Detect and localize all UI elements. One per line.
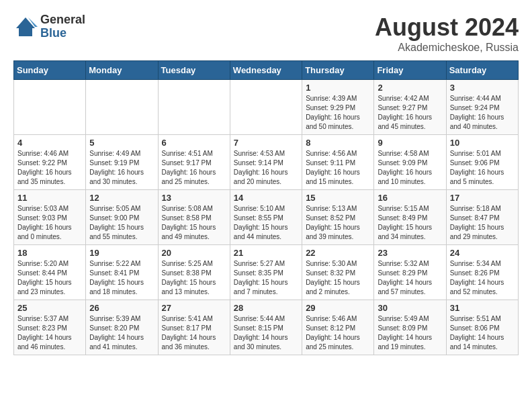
calendar-cell: 19Sunrise: 5:22 AMSunset: 8:41 PMDayligh…	[86, 245, 158, 300]
day-number: 26	[89, 303, 154, 313]
day-info: Sunrise: 5:37 AMSunset: 8:23 PMDaylight:…	[17, 314, 82, 352]
day-number: 11	[17, 193, 82, 203]
location: Akademicheskoe, Russia	[375, 42, 519, 54]
header-monday: Monday	[86, 61, 158, 80]
calendar-cell: 1Sunrise: 4:39 AMSunset: 9:29 PMDaylight…	[302, 80, 374, 135]
calendar-cell: 30Sunrise: 5:49 AMSunset: 8:09 PMDayligh…	[374, 300, 446, 355]
day-number: 10	[450, 138, 515, 148]
day-number: 20	[162, 248, 226, 258]
day-number: 24	[450, 248, 515, 258]
day-info: Sunrise: 5:01 AMSunset: 9:06 PMDaylight:…	[450, 149, 515, 187]
calendar-cell: 13Sunrise: 5:08 AMSunset: 8:58 PMDayligh…	[158, 190, 230, 245]
day-number: 28	[234, 303, 298, 313]
calendar-cell: 23Sunrise: 5:32 AMSunset: 8:29 PMDayligh…	[374, 245, 446, 300]
calendar-cell: 8Sunrise: 4:56 AMSunset: 9:11 PMDaylight…	[302, 135, 374, 190]
day-number: 7	[234, 138, 298, 148]
day-number: 18	[17, 248, 82, 258]
calendar-cell	[230, 80, 302, 135]
calendar-cell: 22Sunrise: 5:30 AMSunset: 8:32 PMDayligh…	[302, 245, 374, 300]
day-info: Sunrise: 4:58 AMSunset: 9:09 PMDaylight:…	[378, 149, 442, 187]
day-info: Sunrise: 5:03 AMSunset: 9:03 PMDaylight:…	[17, 204, 82, 242]
day-number: 12	[89, 193, 154, 203]
day-number: 3	[450, 83, 515, 93]
calendar-cell: 11Sunrise: 5:03 AMSunset: 9:03 PMDayligh…	[14, 190, 86, 245]
day-number: 1	[306, 83, 370, 93]
calendar-cell: 25Sunrise: 5:37 AMSunset: 8:23 PMDayligh…	[14, 300, 86, 355]
day-number: 4	[17, 138, 82, 148]
month-year: August 2024	[375, 13, 519, 42]
calendar-cell: 16Sunrise: 5:15 AMSunset: 8:49 PMDayligh…	[374, 190, 446, 245]
day-info: Sunrise: 4:49 AMSunset: 9:19 PMDaylight:…	[89, 149, 154, 187]
logo-text: General Blue	[40, 13, 85, 40]
logo-icon	[13, 15, 38, 39]
day-info: Sunrise: 4:53 AMSunset: 9:14 PMDaylight:…	[234, 149, 298, 187]
day-number: 8	[306, 138, 370, 148]
day-info: Sunrise: 5:34 AMSunset: 8:26 PMDaylight:…	[450, 259, 515, 297]
calendar-week-row: 18Sunrise: 5:20 AMSunset: 8:44 PMDayligh…	[14, 245, 519, 300]
day-number: 14	[234, 193, 298, 203]
day-number: 6	[162, 138, 226, 148]
day-info: Sunrise: 5:22 AMSunset: 8:41 PMDaylight:…	[89, 259, 154, 297]
header-thursday: Thursday	[302, 61, 374, 80]
calendar-cell: 2Sunrise: 4:42 AMSunset: 9:27 PMDaylight…	[374, 80, 446, 135]
calendar-cell	[158, 80, 230, 135]
day-info: Sunrise: 5:10 AMSunset: 8:55 PMDaylight:…	[234, 204, 298, 242]
day-number: 9	[378, 138, 442, 148]
day-info: Sunrise: 4:56 AMSunset: 9:11 PMDaylight:…	[306, 149, 370, 187]
calendar-cell: 5Sunrise: 4:49 AMSunset: 9:19 PMDaylight…	[86, 135, 158, 190]
calendar-week-row: 11Sunrise: 5:03 AMSunset: 9:03 PMDayligh…	[14, 190, 519, 245]
calendar-cell: 28Sunrise: 5:44 AMSunset: 8:15 PMDayligh…	[230, 300, 302, 355]
calendar-cell	[14, 80, 86, 135]
logo-general: General	[40, 13, 85, 27]
page-header: General Blue August 2024 Akademicheskoe,…	[13, 13, 519, 54]
day-info: Sunrise: 5:30 AMSunset: 8:32 PMDaylight:…	[306, 259, 370, 297]
header-saturday: Saturday	[446, 61, 518, 80]
calendar-cell: 6Sunrise: 4:51 AMSunset: 9:17 PMDaylight…	[158, 135, 230, 190]
day-info: Sunrise: 5:18 AMSunset: 8:47 PMDaylight:…	[450, 204, 515, 242]
day-info: Sunrise: 5:46 AMSunset: 8:12 PMDaylight:…	[306, 314, 370, 352]
day-info: Sunrise: 5:49 AMSunset: 8:09 PMDaylight:…	[378, 314, 442, 352]
logo-blue: Blue	[40, 27, 85, 40]
calendar-cell: 3Sunrise: 4:44 AMSunset: 9:24 PMDaylight…	[446, 80, 518, 135]
day-info: Sunrise: 5:25 AMSunset: 8:38 PMDaylight:…	[162, 259, 226, 297]
day-number: 25	[17, 303, 82, 313]
day-number: 17	[450, 193, 515, 203]
day-number: 29	[306, 303, 370, 313]
day-info: Sunrise: 5:27 AMSunset: 8:35 PMDaylight:…	[234, 259, 298, 297]
calendar-cell: 20Sunrise: 5:25 AMSunset: 8:38 PMDayligh…	[158, 245, 230, 300]
calendar-cell: 27Sunrise: 5:41 AMSunset: 8:17 PMDayligh…	[158, 300, 230, 355]
day-number: 31	[450, 303, 515, 313]
title-block: August 2024 Akademicheskoe, Russia	[375, 13, 519, 54]
calendar-cell: 26Sunrise: 5:39 AMSunset: 8:20 PMDayligh…	[86, 300, 158, 355]
day-info: Sunrise: 5:39 AMSunset: 8:20 PMDaylight:…	[89, 314, 154, 352]
day-number: 21	[234, 248, 298, 258]
header-wednesday: Wednesday	[230, 61, 302, 80]
day-number: 23	[378, 248, 442, 258]
day-info: Sunrise: 4:39 AMSunset: 9:29 PMDaylight:…	[306, 94, 370, 132]
calendar-cell: 29Sunrise: 5:46 AMSunset: 8:12 PMDayligh…	[302, 300, 374, 355]
day-info: Sunrise: 4:42 AMSunset: 9:27 PMDaylight:…	[378, 94, 442, 132]
day-number: 2	[378, 83, 442, 93]
day-number: 13	[162, 193, 226, 203]
calendar-cell: 7Sunrise: 4:53 AMSunset: 9:14 PMDaylight…	[230, 135, 302, 190]
calendar-cell: 17Sunrise: 5:18 AMSunset: 8:47 PMDayligh…	[446, 190, 518, 245]
logo: General Blue	[13, 13, 85, 40]
calendar-cell: 31Sunrise: 5:51 AMSunset: 8:06 PMDayligh…	[446, 300, 518, 355]
header-sunday: Sunday	[14, 61, 86, 80]
calendar-cell: 9Sunrise: 4:58 AMSunset: 9:09 PMDaylight…	[374, 135, 446, 190]
calendar-cell: 14Sunrise: 5:10 AMSunset: 8:55 PMDayligh…	[230, 190, 302, 245]
calendar-header-row: SundayMondayTuesdayWednesdayThursdayFrid…	[14, 61, 519, 80]
calendar-cell: 4Sunrise: 4:46 AMSunset: 9:22 PMDaylight…	[14, 135, 86, 190]
day-info: Sunrise: 5:15 AMSunset: 8:49 PMDaylight:…	[378, 204, 442, 242]
calendar-cell: 21Sunrise: 5:27 AMSunset: 8:35 PMDayligh…	[230, 245, 302, 300]
day-number: 22	[306, 248, 370, 258]
header-tuesday: Tuesday	[158, 61, 230, 80]
calendar-cell: 24Sunrise: 5:34 AMSunset: 8:26 PMDayligh…	[446, 245, 518, 300]
day-info: Sunrise: 5:05 AMSunset: 9:00 PMDaylight:…	[89, 204, 154, 242]
day-info: Sunrise: 5:13 AMSunset: 8:52 PMDaylight:…	[306, 204, 370, 242]
day-info: Sunrise: 5:08 AMSunset: 8:58 PMDaylight:…	[162, 204, 226, 242]
calendar-cell: 18Sunrise: 5:20 AMSunset: 8:44 PMDayligh…	[14, 245, 86, 300]
calendar-cell	[86, 80, 158, 135]
day-number: 19	[89, 248, 154, 258]
day-number: 27	[162, 303, 226, 313]
